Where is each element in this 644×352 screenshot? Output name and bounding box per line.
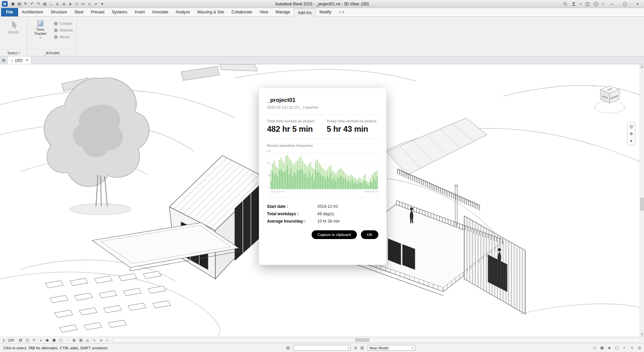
- open-icon[interactable]: ▤: [16, 0, 22, 8]
- view-list-icon[interactable]: ▤: [0, 56, 7, 64]
- ribbon-tab-steel[interactable]: Steel: [70, 8, 87, 16]
- redo-icon[interactable]: ↷: [35, 0, 42, 8]
- help-dropdown-icon[interactable]: ▾: [602, 2, 604, 5]
- ok-button[interactable]: OK: [361, 230, 378, 239]
- ribbon-tab-modify[interactable]: Modify: [316, 8, 335, 16]
- aligned-dimension-icon[interactable]: ∠: [54, 0, 61, 8]
- app-store-icon[interactable]: [585, 2, 590, 6]
- active-workset-select[interactable]: ▾: [293, 345, 351, 351]
- chart-bar: [341, 170, 343, 189]
- capture-to-clipboard-button[interactable]: Capture to clipboard: [312, 230, 357, 239]
- time-tracker-icon: [37, 20, 43, 26]
- measure-icon[interactable]: ↔: [48, 0, 54, 8]
- view-scale-button[interactable]: 1 : 100: [2, 338, 17, 342]
- full-navigation-wheel-icon[interactable]: ◎: [629, 124, 633, 129]
- view-tab-3d[interactable]: ⌂ {3D} ×: [7, 56, 32, 64]
- fbtoolkit-item-website[interactable]: Website: [54, 27, 73, 34]
- sun-path-icon[interactable]: ☀: [31, 338, 37, 343]
- horizontal-scroll-thumb[interactable]: [355, 339, 369, 342]
- close-button[interactable]: ×: [633, 0, 642, 8]
- ribbon-tab-massing-site[interactable]: Massing & Site: [194, 8, 228, 16]
- ribbon-tab-collaborate[interactable]: Collaborate: [228, 8, 256, 16]
- search-icon[interactable]: [563, 2, 568, 6]
- help-icon[interactable]: ?: [594, 2, 598, 6]
- collapse-icon[interactable]: ‹: [105, 338, 110, 343]
- ribbon-tab-add-ins[interactable]: Add-Ins: [294, 8, 316, 17]
- customize-qat-icon[interactable]: ▾: [99, 0, 105, 8]
- maximize-button[interactable]: ▢: [621, 0, 629, 8]
- ribbon-tab-structure[interactable]: Structure: [47, 8, 71, 16]
- drag-elements-on-selection-icon[interactable]: +: [622, 346, 627, 350]
- worksets-icon[interactable]: ▤: [285, 346, 290, 350]
- zoom-icon[interactable]: ⊕: [630, 131, 633, 136]
- ribbon-display-toggle[interactable]: ▢ ▾: [337, 8, 346, 16]
- chart-bar: [317, 159, 318, 189]
- user-account-icon[interactable]: [572, 2, 576, 6]
- drawing-area[interactable]: TOP LEFT FRONT ⌂ ◎⊕▾ _project01 2025-02-…: [0, 64, 644, 337]
- filter-icon[interactable]: ▽: [630, 346, 635, 350]
- ribbon-tab-bar: FileArchitectureStructureSteelPrecastSys…: [0, 8, 644, 17]
- fbtoolkit-item-contact[interactable]: Contact: [54, 20, 73, 27]
- text-icon[interactable]: A: [67, 0, 73, 8]
- design-options-icon[interactable]: ▥: [360, 346, 365, 350]
- reveal-constraints-icon[interactable]: ≡: [98, 338, 104, 343]
- reveal-hidden-elements-icon[interactable]: ◍: [71, 338, 77, 343]
- select-underlay-elements-icon[interactable]: ▦: [599, 346, 605, 350]
- temporary-view-properties-icon[interactable]: ▥: [78, 338, 84, 343]
- ribbon-tab-precast[interactable]: Precast: [87, 8, 108, 16]
- fbtoolkit-item-about[interactable]: About: [54, 34, 73, 40]
- ribbon-tab-insert[interactable]: Insert: [131, 8, 148, 16]
- rendering-dialog-icon[interactable]: ◉: [45, 338, 50, 343]
- save-icon[interactable]: ▣: [10, 0, 16, 8]
- switch-windows-icon[interactable]: ▱: [93, 0, 99, 8]
- select-links-icon[interactable]: ◇: [592, 346, 597, 350]
- undo-icon[interactable]: ↶: [29, 0, 35, 8]
- revit-logo[interactable]: R: [2, 1, 8, 7]
- highlight-displacement-sets-icon[interactable]: ◊: [92, 338, 97, 343]
- chart-bar: [327, 169, 328, 189]
- tag-by-category-icon[interactable]: ◎: [61, 0, 67, 8]
- minimize-button[interactable]: –: [608, 0, 616, 8]
- viewcube-home-icon[interactable]: ⌂: [593, 84, 595, 87]
- ribbon-tab-view[interactable]: View: [256, 8, 272, 16]
- detail-level-icon[interactable]: ▤: [18, 338, 23, 343]
- navigation-bar[interactable]: ◎⊕▾: [627, 122, 635, 145]
- ribbon-tab-systems[interactable]: Systems: [108, 8, 131, 16]
- stat-value: 46 day(s): [317, 212, 334, 216]
- stat-row: Average hours/day :10 hr 28 min: [267, 218, 378, 225]
- navbar-options-icon[interactable]: ▾: [630, 139, 633, 143]
- scroll-up-icon[interactable]: ▲: [640, 64, 644, 69]
- account-dropdown-icon[interactable]: ▾: [580, 2, 581, 5]
- view-cube[interactable]: TOP LEFT FRONT ⌂: [592, 82, 629, 119]
- crop-view-icon[interactable]: ▣: [51, 338, 57, 343]
- thin-lines-icon[interactable]: ≡: [86, 0, 93, 8]
- show-crop-region-icon[interactable]: ▢: [58, 338, 64, 343]
- chart-bar-dark: [290, 169, 291, 189]
- visual-style-icon[interactable]: ◫: [24, 338, 30, 343]
- ribbon-tab-manage[interactable]: Manage: [272, 8, 293, 16]
- modify-button[interactable]: Modify: [4, 19, 23, 35]
- time-tracker-button[interactable]: Time Tracker ▾: [31, 19, 50, 40]
- show-analytical-model-icon[interactable]: ◬: [85, 338, 91, 343]
- vertical-scrollbar[interactable]: ▲ ▼: [640, 64, 644, 337]
- section-icon[interactable]: ▭: [80, 0, 86, 8]
- ribbon-tab-file[interactable]: File: [1, 8, 18, 16]
- ribbon-tab-analyze[interactable]: Analyze: [172, 8, 194, 16]
- default-3d-view-icon[interactable]: ◇: [73, 0, 80, 8]
- dialog-title: _project01: [267, 97, 378, 104]
- stat-label: Start date :: [267, 204, 317, 209]
- close-view-icon[interactable]: ×: [24, 58, 28, 63]
- shadows-icon[interactable]: ◑: [38, 338, 44, 343]
- select-panel-label[interactable]: Select ▾: [1, 49, 27, 56]
- select-pinned-elements-icon[interactable]: ◈: [607, 346, 612, 350]
- scroll-down-icon[interactable]: ▼: [640, 332, 644, 337]
- design-option-select[interactable]: Main Model ▾: [368, 345, 415, 351]
- temporary-hide-isolate-icon[interactable]: ◌: [65, 338, 70, 343]
- ribbon-tab-architecture[interactable]: Architecture: [18, 8, 47, 16]
- select-elements-by-face-icon[interactable]: ▢: [614, 346, 620, 350]
- vertical-scroll-thumb[interactable]: [640, 198, 644, 211]
- print-icon[interactable]: ▥: [42, 0, 48, 8]
- horizontal-scrollbar[interactable]: [113, 338, 640, 342]
- ribbon-tab-annotate[interactable]: Annotate: [148, 8, 172, 16]
- sync-with-central-icon[interactable]: ↻: [22, 0, 29, 8]
